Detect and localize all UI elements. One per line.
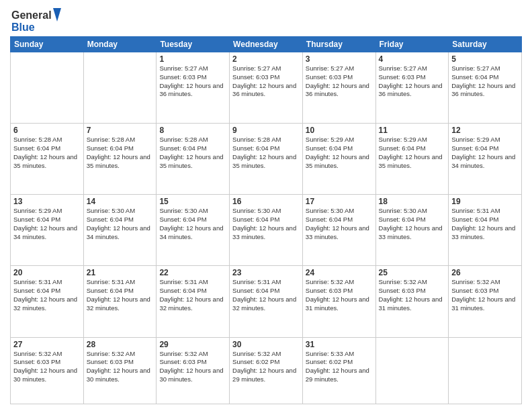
day-details: Sunrise: 5:30 AMSunset: 6:04 PMDaylight:… [379,207,446,241]
calendar-day-cell: 3Sunrise: 5:27 AMSunset: 6:03 PMDaylight… [302,52,375,124]
logo-icon: GeneralBlue [10,7,64,34]
calendar-day-cell: 21Sunrise: 5:31 AMSunset: 6:04 PMDayligh… [83,266,157,337]
calendar-day-cell: 11Sunrise: 5:29 AMSunset: 6:04 PMDayligh… [375,124,449,195]
calendar-header-cell: Wednesday [230,37,303,52]
day-details: Sunrise: 5:30 AMSunset: 6:04 PMDaylight:… [306,207,373,241]
day-details: Sunrise: 5:32 AMSunset: 6:03 PMDaylight:… [13,350,81,384]
calendar-day-cell: 22Sunrise: 5:31 AMSunset: 6:04 PMDayligh… [157,266,230,337]
day-details: Sunrise: 5:31 AMSunset: 6:04 PMDaylight:… [159,278,226,312]
day-details: Sunrise: 5:31 AMSunset: 6:04 PMDaylight:… [232,278,300,312]
day-number: 7 [87,126,154,135]
day-number: 15 [159,197,226,206]
calendar-day-cell [375,337,449,404]
day-number: 21 [87,268,154,277]
logo: GeneralBlue [10,7,64,34]
day-number: 27 [13,340,81,349]
calendar-day-cell: 31Sunrise: 5:33 AMSunset: 6:02 PMDayligh… [302,337,375,404]
day-details: Sunrise: 5:32 AMSunset: 6:03 PMDaylight:… [306,278,373,312]
calendar-day-cell [83,52,157,124]
day-details: Sunrise: 5:28 AMSunset: 6:04 PMDaylight:… [87,136,154,170]
day-number: 26 [451,268,519,277]
calendar-day-cell: 27Sunrise: 5:32 AMSunset: 6:03 PMDayligh… [11,337,84,404]
day-details: Sunrise: 5:29 AMSunset: 6:04 PMDaylight:… [13,207,81,241]
day-details: Sunrise: 5:28 AMSunset: 6:04 PMDaylight:… [159,136,226,170]
day-details: Sunrise: 5:33 AMSunset: 6:02 PMDaylight:… [306,350,373,384]
day-number: 24 [306,268,373,277]
day-number: 2 [232,54,300,64]
calendar-day-cell: 2Sunrise: 5:27 AMSunset: 6:03 PMDaylight… [230,52,303,124]
day-details: Sunrise: 5:31 AMSunset: 6:04 PMDaylight:… [87,278,154,312]
calendar-header-cell: Tuesday [157,37,230,52]
calendar-day-cell: 6Sunrise: 5:28 AMSunset: 6:04 PMDaylight… [11,124,84,195]
day-number: 6 [13,126,81,135]
day-number: 25 [379,268,446,277]
day-number: 28 [87,340,154,349]
day-details: Sunrise: 5:32 AMSunset: 6:02 PMDaylight:… [232,350,300,384]
day-details: Sunrise: 5:27 AMSunset: 6:03 PMDaylight:… [379,64,446,99]
day-number: 4 [379,54,446,64]
header: GeneralBlue [10,7,522,34]
calendar-day-cell: 12Sunrise: 5:29 AMSunset: 6:04 PMDayligh… [449,124,522,195]
calendar-day-cell: 29Sunrise: 5:32 AMSunset: 6:03 PMDayligh… [157,337,230,404]
calendar-day-cell: 17Sunrise: 5:30 AMSunset: 6:04 PMDayligh… [302,195,375,266]
calendar-day-cell [11,52,84,124]
day-number: 22 [159,268,226,277]
day-details: Sunrise: 5:27 AMSunset: 6:04 PMDaylight:… [451,64,519,99]
day-number: 13 [13,197,81,206]
day-number: 8 [159,126,226,135]
day-details: Sunrise: 5:32 AMSunset: 6:03 PMDaylight:… [87,350,154,384]
day-number: 20 [13,268,81,277]
page: GeneralBlue SundayMondayTuesdayWednesday… [0,0,532,411]
day-details: Sunrise: 5:30 AMSunset: 6:04 PMDaylight:… [87,207,154,241]
calendar-day-cell: 1Sunrise: 5:27 AMSunset: 6:03 PMDaylight… [157,52,230,124]
day-details: Sunrise: 5:27 AMSunset: 6:03 PMDaylight:… [306,64,373,99]
calendar-week-row: 13Sunrise: 5:29 AMSunset: 6:04 PMDayligh… [11,195,522,266]
calendar-day-cell: 24Sunrise: 5:32 AMSunset: 6:03 PMDayligh… [302,266,375,337]
calendar-day-cell: 25Sunrise: 5:32 AMSunset: 6:03 PMDayligh… [375,266,449,337]
day-number: 30 [232,340,300,349]
calendar-week-row: 27Sunrise: 5:32 AMSunset: 6:03 PMDayligh… [11,337,522,404]
calendar-day-cell: 14Sunrise: 5:30 AMSunset: 6:04 PMDayligh… [83,195,157,266]
svg-text:Blue: Blue [11,21,35,33]
calendar-day-cell: 16Sunrise: 5:30 AMSunset: 6:04 PMDayligh… [230,195,303,266]
day-number: 12 [451,126,519,135]
calendar-week-row: 20Sunrise: 5:31 AMSunset: 6:04 PMDayligh… [11,266,522,337]
day-details: Sunrise: 5:29 AMSunset: 6:04 PMDaylight:… [379,136,446,170]
calendar-header-cell: Saturday [449,37,522,52]
calendar-table: SundayMondayTuesdayWednesdayThursdayFrid… [10,36,522,404]
calendar-day-cell: 28Sunrise: 5:32 AMSunset: 6:03 PMDayligh… [83,337,157,404]
day-details: Sunrise: 5:27 AMSunset: 6:03 PMDaylight:… [159,64,226,99]
svg-marker-2 [53,8,61,21]
calendar-day-cell: 30Sunrise: 5:32 AMSunset: 6:02 PMDayligh… [230,337,303,404]
day-details: Sunrise: 5:28 AMSunset: 6:04 PMDaylight:… [13,136,81,170]
calendar-day-cell: 7Sunrise: 5:28 AMSunset: 6:04 PMDaylight… [83,124,157,195]
calendar-header-cell: Friday [375,37,449,52]
day-details: Sunrise: 5:32 AMSunset: 6:03 PMDaylight:… [379,278,446,312]
calendar-day-cell: 20Sunrise: 5:31 AMSunset: 6:04 PMDayligh… [11,266,84,337]
day-number: 31 [306,340,373,349]
calendar-header-cell: Sunday [11,37,84,52]
day-number: 11 [379,126,446,135]
day-details: Sunrise: 5:32 AMSunset: 6:03 PMDaylight:… [451,278,519,312]
calendar-day-cell: 9Sunrise: 5:28 AMSunset: 6:04 PMDaylight… [230,124,303,195]
calendar-header-cell: Monday [83,37,157,52]
day-number: 19 [451,197,519,206]
calendar-header-cell: Thursday [302,37,375,52]
day-details: Sunrise: 5:27 AMSunset: 6:03 PMDaylight:… [232,64,300,99]
calendar-day-cell: 8Sunrise: 5:28 AMSunset: 6:04 PMDaylight… [157,124,230,195]
calendar-day-cell: 19Sunrise: 5:31 AMSunset: 6:04 PMDayligh… [449,195,522,266]
day-number: 16 [232,197,300,206]
day-number: 5 [451,54,519,64]
day-details: Sunrise: 5:32 AMSunset: 6:03 PMDaylight:… [159,350,226,384]
calendar-day-cell: 13Sunrise: 5:29 AMSunset: 6:04 PMDayligh… [11,195,84,266]
day-details: Sunrise: 5:30 AMSunset: 6:04 PMDaylight:… [159,207,226,241]
day-number: 10 [306,126,373,135]
day-details: Sunrise: 5:29 AMSunset: 6:04 PMDaylight:… [451,136,519,170]
calendar-day-cell: 5Sunrise: 5:27 AMSunset: 6:04 PMDaylight… [449,52,522,124]
day-number: 29 [159,340,226,349]
calendar-header-row: SundayMondayTuesdayWednesdayThursdayFrid… [11,37,522,52]
day-details: Sunrise: 5:30 AMSunset: 6:04 PMDaylight:… [232,207,300,241]
day-details: Sunrise: 5:31 AMSunset: 6:04 PMDaylight:… [451,207,519,241]
calendar-day-cell: 18Sunrise: 5:30 AMSunset: 6:04 PMDayligh… [375,195,449,266]
day-number: 1 [159,54,226,64]
